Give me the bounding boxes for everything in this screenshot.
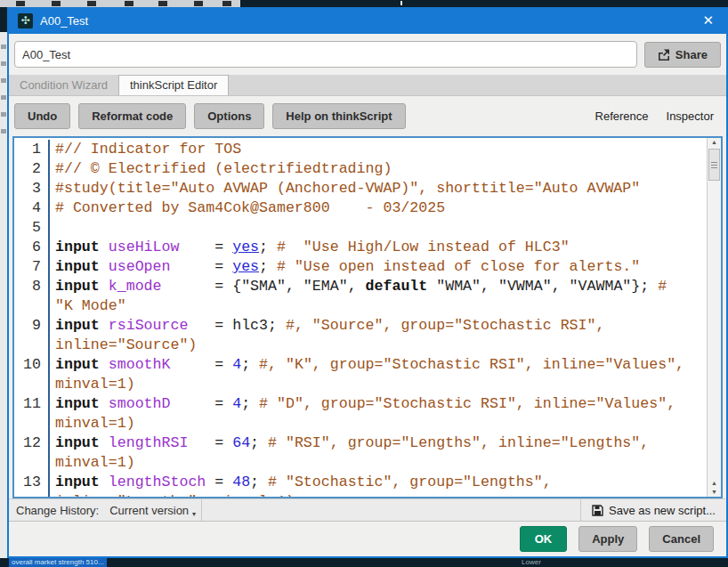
line-number: 6	[14, 238, 50, 257]
code-line[interactable]: 2#// © Electrified (electrifiedtrading)	[14, 159, 706, 179]
scroll-down-icon[interactable]: ▼	[708, 488, 721, 497]
code-text: #study(title="Auto AVWAP (Anchored-VWAP)…	[50, 179, 689, 198]
code-line[interactable]: 3#study(title="Auto AVWAP (Anchored-VWAP…	[14, 179, 706, 198]
line-number: 1	[14, 140, 50, 159]
code-text: input smoothD = 4; # "D", group="Stochas…	[50, 394, 689, 433]
code-line[interactable]: 9input rsiSource = hlc3; #, "Source", gr…	[14, 316, 706, 355]
line-number: 11	[14, 394, 50, 433]
line-number: 9	[14, 316, 50, 355]
background-toolbar-fragment	[222, 1, 231, 6]
version-dropdown[interactable]: Current version ▾	[108, 499, 201, 521]
save-as-label: Save as new script...	[609, 504, 716, 517]
code-editor[interactable]: 1#// Indicator for TOS2#// © Electrified…	[12, 136, 723, 498]
save-icon	[592, 505, 603, 516]
code-line[interactable]: 12input lengthRSI = 64; # "RSI", group="…	[14, 433, 706, 473]
help-button[interactable]: Help on thinkScript	[272, 103, 405, 129]
line-number: 7	[14, 257, 50, 277]
change-history-bar: Change History: Current version ▾ Save a…	[9, 498, 726, 522]
scroll-up-icon-bottom[interactable]: ▲	[708, 479, 721, 488]
apply-button[interactable]: Apply	[578, 526, 637, 552]
background-top-strip	[0, 0, 728, 7]
scroll-up-icon[interactable]: ▲	[708, 138, 721, 147]
code-text: input lengthStoch = 48; # "Stochastic", …	[50, 473, 689, 497]
editor-toolbar: Undo Reformat code Options Help on think…	[9, 96, 726, 136]
line-number: 4	[14, 198, 50, 218]
line-number: 12	[14, 433, 50, 473]
line-number: 5	[14, 218, 50, 238]
undo-button[interactable]: Undo	[14, 103, 70, 129]
reference-link[interactable]: Reference	[595, 109, 649, 123]
code-lines[interactable]: 1#// Indicator for TOS2#// © Electrified…	[14, 140, 706, 497]
code-text: input useHiLow = yes; # "Use High/Low in…	[50, 238, 689, 257]
dialog-title: A00_Test	[40, 14, 88, 28]
script-name-row: Share	[9, 34, 726, 75]
code-text: input k_mode = {"SMA", "EMA", default "W…	[50, 277, 689, 316]
background-toolbar-fragment	[52, 1, 61, 6]
version-dropdown-value: Current version	[109, 504, 189, 517]
dialog-titlebar[interactable]: ✣ A00_Test ✕	[9, 7, 726, 34]
background-tick	[400, 1, 402, 5]
app-icon: ✣	[18, 13, 33, 28]
line-number: 2	[14, 159, 50, 179]
line-number: 3	[14, 179, 50, 198]
code-line[interactable]: 7input useOpen = yes; # "Use open instea…	[14, 257, 706, 277]
save-as-new-script-button[interactable]: Save as new script...	[580, 499, 726, 521]
scrollbar-thumb[interactable]	[708, 149, 720, 181]
reformat-code-button[interactable]: Reformat code	[78, 103, 186, 129]
cancel-button[interactable]: Cancel	[649, 526, 714, 552]
line-number: 8	[14, 277, 50, 316]
code-line[interactable]: 11input smoothD = 4; # "D", group="Stoch…	[14, 394, 706, 433]
tab-thinkscript-editor[interactable]: thinkScript Editor	[118, 75, 229, 95]
code-line[interactable]: 6input useHiLow = yes; # "Use High/Low i…	[14, 238, 706, 257]
background-left-sliver	[0, 32, 7, 558]
script-name-input[interactable]	[14, 41, 637, 68]
code-line[interactable]: 5	[14, 218, 706, 238]
background-toolbar-fragment	[194, 1, 203, 6]
code-text: input useOpen = yes; # "Use open instead…	[50, 257, 689, 277]
tab-bar: Condition Wizard thinkScript Editor	[9, 75, 726, 96]
ok-button[interactable]: OK	[520, 526, 568, 552]
background-toolbar-fragment	[125, 1, 133, 6]
background-toolbar-fragment	[16, 1, 25, 6]
background-label-lower: Lower	[522, 558, 541, 567]
code-line[interactable]: 10input smoothK = 4; #, "K", group="Stoc…	[14, 355, 706, 394]
share-button[interactable]: Share	[644, 42, 721, 68]
thinkscript-editor-dialog: ✣ A00_Test ✕ Share Condition Wizard thin…	[7, 7, 728, 558]
tab-condition-wizard[interactable]: Condition Wizard	[9, 76, 118, 95]
caret-down-icon: ▾	[192, 510, 196, 518]
close-icon[interactable]: ✕	[699, 12, 717, 28]
code-text: #// © Electrified (electrifiedtrading)	[50, 159, 689, 179]
code-line[interactable]: 1#// Indicator for TOS	[14, 140, 706, 159]
background-bottom-strip: overall market strength 510... Lower	[0, 558, 728, 567]
share-button-label: Share	[675, 48, 708, 61]
divider	[201, 499, 202, 521]
background-toolbar-strip	[0, 0, 240, 7]
code-text: #// Indicator for TOS	[50, 140, 689, 159]
code-text	[50, 218, 689, 238]
background-toolbar-fragment	[158, 1, 167, 6]
line-number: 10	[14, 355, 50, 394]
change-history-label: Change History:	[9, 504, 108, 517]
options-button[interactable]: Options	[194, 103, 264, 129]
line-number: 13	[14, 473, 50, 497]
code-text: input lengthRSI = 64; # "RSI", group="Le…	[50, 433, 689, 473]
code-line[interactable]: 13input lengthStoch = 48; # "Stochastic"…	[14, 473, 706, 497]
dialog-action-bar: OK Apply Cancel	[9, 522, 726, 556]
code-text: # Converted by Sam4Cok@Samer800 - 03/202…	[50, 198, 689, 218]
code-line[interactable]: 4# Converted by Sam4Cok@Samer800 - 03/20…	[14, 198, 706, 218]
background-highlighted-text: overall market strength 510...	[9, 558, 107, 567]
editor-scrollbar[interactable]: ▲ ▲ ▼	[707, 138, 721, 497]
code-text: input smoothK = 4; #, "K", group="Stocha…	[50, 355, 689, 394]
background-toolbar-fragment	[87, 1, 96, 6]
code-line[interactable]: 8input k_mode = {"SMA", "EMA", default "…	[14, 277, 706, 316]
inspector-link[interactable]: Inspector	[667, 109, 714, 123]
code-text: input rsiSource = hlc3; #, "Source", gro…	[50, 316, 689, 355]
share-icon	[658, 49, 670, 61]
